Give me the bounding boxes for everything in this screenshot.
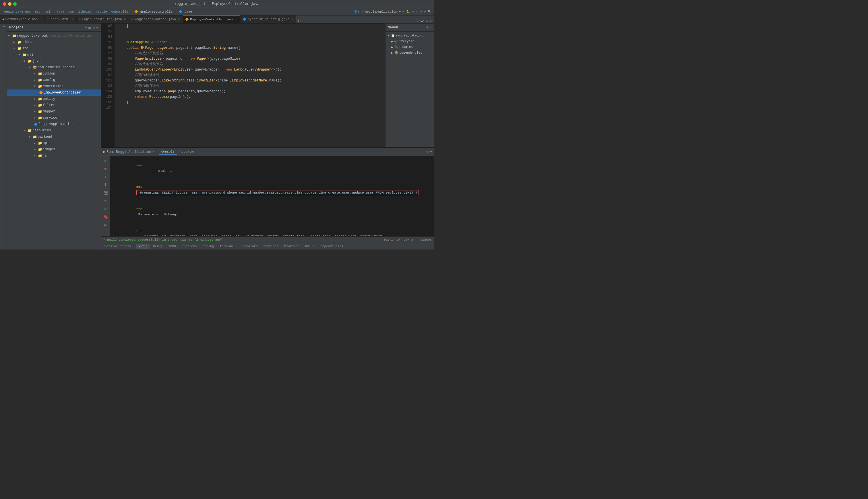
sidebar-add-icon[interactable]: ⊕	[85, 25, 87, 30]
tab-close-indexhtml[interactable]: ×	[71, 17, 74, 21]
tree-idea[interactable]: ▶ 📁 .idea	[7, 39, 101, 45]
tree-images[interactable]: ▶ 📁 images	[7, 146, 101, 153]
run-panel: ▶ Run: ReggieApplication × Console Actua…	[101, 147, 434, 236]
camera-icon[interactable]: 📷	[102, 189, 109, 196]
toolbar-debug[interactable]: 🐛	[406, 10, 410, 13]
filter-console-icon[interactable]: ≡	[102, 197, 109, 204]
breadcrumb-page[interactable]: 🔷 page	[179, 10, 192, 13]
run-tab-actuator[interactable]: Actuator	[177, 149, 197, 155]
bottom-tab-services[interactable]: Services	[261, 244, 281, 248]
breadcrumb-employeecontroller[interactable]: 🔶 EmployeeController	[134, 10, 174, 13]
maven-panel: Maven ⚙ — ▼ 📋 reggie_take_out ▶ ⚙	[385, 24, 434, 147]
toolbar-more[interactable]: ⚙ ▷ ⟳ ⊕	[412, 10, 426, 13]
tree-js[interactable]: ▶ 📁 js	[7, 153, 101, 159]
html-file-icon: ⬡	[47, 17, 49, 21]
breadcrumb-itheima[interactable]: itheima	[78, 10, 92, 13]
tab-close-workservlet[interactable]: ×	[39, 17, 42, 21]
tree-entity[interactable]: ▶ 📁 entity	[7, 96, 101, 102]
tab-workservlet[interactable]: ■ WorkServlet.class ×	[0, 15, 45, 23]
tabs-overflow[interactable]: ▼	[297, 19, 299, 23]
search-icon[interactable]: 🔍	[428, 10, 432, 13]
status-bar-right: 101:1 LF UTF-8 4 spaces	[383, 238, 432, 242]
bottom-tab-spring[interactable]: Spring	[200, 244, 216, 248]
tree-backend[interactable]: ▼ 📁 backend	[7, 134, 101, 140]
tree-mapper[interactable]: ▶ 📁 mapper	[7, 108, 101, 115]
tree-arrow-idea: ▶	[13, 40, 17, 44]
scroll-end-icon[interactable]: ⤓	[102, 181, 109, 188]
bottom-tab-todo[interactable]: TODO	[166, 244, 178, 248]
run-close-icon[interactable]: ×	[152, 150, 154, 154]
code-line-99: //构造条件构造器	[118, 62, 385, 67]
breadcrumb-src[interactable]: src	[35, 10, 41, 13]
bottom-tab-profiler[interactable]: Profiler	[282, 244, 302, 248]
close-button[interactable]	[3, 2, 6, 6]
tree-root[interactable]: ▼ 📁 reggie_take_out ~/Desktop/项目/reggie_…	[7, 33, 101, 39]
tree-common[interactable]: ▶ 📁 common	[7, 71, 101, 77]
breadcrumb-java[interactable]: java	[57, 10, 64, 13]
tab-close-employeecontroller[interactable]: ×	[235, 17, 238, 21]
window-controls[interactable]	[3, 2, 17, 6]
run-config[interactable]: ReggieApplication ▼	[365, 10, 401, 13]
run-minimize-icon[interactable]: —	[430, 150, 432, 154]
tree-main[interactable]: ▼ 📁 main	[7, 52, 101, 58]
tab-indexhtml[interactable]: ⬡ index.html ×	[45, 15, 76, 23]
bottom-tab-run[interactable]: ▶ Run	[136, 244, 150, 248]
tree-src[interactable]: ▼ 📁 src	[7, 45, 101, 52]
tab-close-logincheckfilter[interactable]: ×	[123, 17, 126, 21]
minimize-button[interactable]	[8, 2, 11, 6]
bookmark-icon[interactable]: 🔖	[102, 214, 109, 220]
bottom-tab-terminal[interactable]: Terminal	[217, 244, 237, 248]
tab-employeecontroller[interactable]: 🔶 EmployeeController.java ×	[183, 15, 240, 23]
tab-close-reggieapplication[interactable]: ×	[177, 17, 180, 21]
sidebar-settings-icon[interactable]: ⚙	[93, 25, 95, 30]
code-content[interactable]: } @GetMapping(☉"/page") public R<Page> p…	[115, 24, 385, 147]
tree-reggieapp[interactable]: 🔷 ReggieApplication	[7, 121, 101, 127]
tab-close-mybatisplusconfig[interactable]: ×	[291, 17, 294, 21]
maven-dependencies[interactable]: ▶ 📦 Dependencies	[387, 50, 433, 56]
breadcrumb-controller[interactable]: controller	[111, 10, 130, 13]
maven-root[interactable]: ▼ 📋 reggie_take_out	[387, 33, 433, 38]
maven-lifecycle[interactable]: ▶ ⚙ Lifecycle	[387, 38, 433, 44]
external-link-icon[interactable]: ⤢	[102, 205, 109, 212]
bottom-tab-dependencies[interactable]: Dependencies	[318, 244, 345, 248]
diff-icon[interactable]: ⊟	[102, 221, 109, 228]
toolbar-run[interactable]: ▶	[403, 10, 405, 13]
tab-logincheckfilter[interactable]: ☕ LoginCheckFilter.java ×	[76, 15, 129, 23]
tree-controller[interactable]: ▼ 📁 controller	[7, 83, 101, 89]
restart-icon[interactable]: ↺	[102, 157, 109, 164]
bottom-tab-build[interactable]: Build	[303, 244, 317, 248]
bottom-tab-endpoints[interactable]: Endpoints	[238, 244, 260, 248]
sidebar-collapse-icon[interactable]: —	[96, 25, 98, 29]
expand-icon[interactable]: ∧ ∨	[426, 19, 432, 23]
breadcrumb-reggie[interactable]: reggie	[96, 10, 107, 13]
tree-package[interactable]: ▼ 📦 com.itheima.reggie	[7, 64, 101, 71]
tree-config[interactable]: ▶ 📁 config	[7, 77, 101, 83]
maven-close-icon[interactable]: —	[430, 25, 432, 29]
bottom-tab-debug[interactable]: Debug	[151, 244, 165, 248]
maven-plugins[interactable]: ▶ 🔌 Plugins	[387, 44, 433, 50]
stop-icon[interactable]: ■	[102, 165, 109, 172]
bottom-tab-problems[interactable]: Problems	[179, 244, 199, 248]
breadcrumb-com[interactable]: com	[68, 10, 74, 13]
breadcrumb-main[interactable]: main	[45, 10, 52, 13]
tab-mybatisplusconfig[interactable]: 🔷 MybatisPlusConfig.java ×	[240, 15, 296, 23]
maven-settings-icon[interactable]: ⚙	[427, 25, 429, 29]
tree-api[interactable]: ▶ 📁 api	[7, 140, 101, 146]
tree-filter[interactable]: ▶ 📁 filter	[7, 102, 101, 108]
bottom-tab-versioncontrol[interactable]: Version Control	[102, 244, 135, 248]
tree-service[interactable]: ▶ 📁 service	[7, 115, 101, 121]
tab-reggieapplication[interactable]: ☕ ReggieApplication.java ×	[129, 15, 183, 23]
breadcrumb-project[interactable]: reggie_take_out	[2, 10, 31, 13]
maximize-button[interactable]	[13, 2, 17, 6]
run-settings-icon[interactable]: ⚙	[427, 150, 429, 154]
scroll-down-icon[interactable]: ↓	[102, 173, 109, 180]
tree-java[interactable]: ▼ 📁 java	[7, 58, 101, 64]
title-bar: reggie_take_out – EmployeeController.jav…	[0, 0, 434, 8]
tree-employeecontroller[interactable]: 🔶 EmployeeController	[7, 89, 101, 96]
project-label[interactable]: P	[1, 25, 5, 29]
tree-resources[interactable]: ▼ 📁 resources	[7, 127, 101, 134]
sidebar-list-icon[interactable]: ☰	[88, 25, 92, 30]
run-tab-console[interactable]: Console	[159, 149, 177, 155]
console-output[interactable]: <== Total: 1 ==> Preparing: SELECT id,us…	[110, 156, 434, 236]
api-folder-icon: 📁	[38, 141, 42, 145]
